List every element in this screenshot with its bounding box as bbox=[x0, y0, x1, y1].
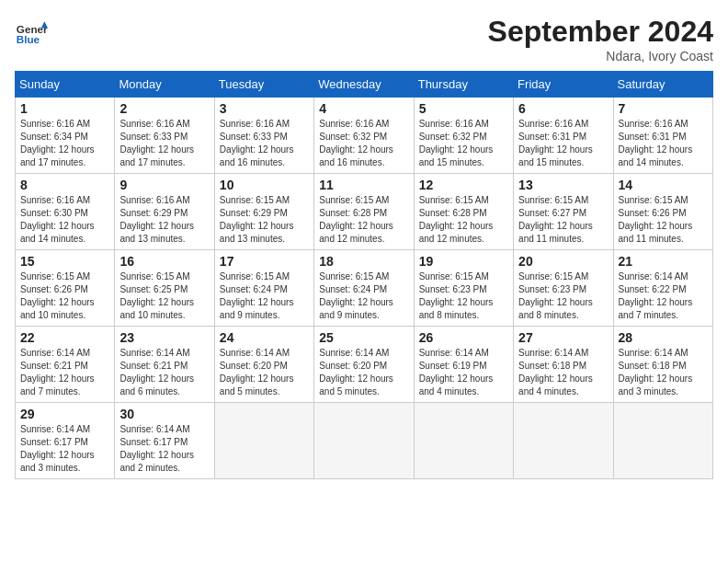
day-info: Sunrise: 6:15 AM Sunset: 6:29 PM Dayligh… bbox=[220, 194, 309, 246]
day-info: Sunrise: 6:14 AM Sunset: 6:19 PM Dayligh… bbox=[419, 347, 508, 398]
day-info: Sunrise: 6:16 AM Sunset: 6:31 PM Dayligh… bbox=[518, 118, 608, 169]
col-header-saturday: Saturday bbox=[613, 72, 712, 98]
calendar-cell: 19Sunrise: 6:15 AM Sunset: 6:23 PM Dayli… bbox=[414, 250, 513, 327]
day-number: 27 bbox=[518, 330, 608, 345]
calendar-cell: 9Sunrise: 6:16 AM Sunset: 6:29 PM Daylig… bbox=[115, 174, 214, 250]
calendar-cell: 21Sunrise: 6:14 AM Sunset: 6:22 PM Dayli… bbox=[613, 250, 712, 327]
day-info: Sunrise: 6:14 AM Sunset: 6:17 PM Dayligh… bbox=[119, 423, 209, 475]
day-info: Sunrise: 6:14 AM Sunset: 6:18 PM Dayligh… bbox=[619, 347, 708, 398]
title-block: September 2024 Ndara, Ivory Coast bbox=[488, 15, 713, 63]
calendar-week-3: 15Sunrise: 6:15 AM Sunset: 6:26 PM Dayli… bbox=[16, 250, 713, 327]
day-number: 4 bbox=[319, 101, 408, 116]
day-info: Sunrise: 6:15 AM Sunset: 6:26 PM Dayligh… bbox=[619, 194, 708, 246]
day-number: 20 bbox=[518, 254, 608, 269]
day-number: 28 bbox=[619, 330, 708, 345]
col-header-thursday: Thursday bbox=[414, 72, 513, 98]
day-info: Sunrise: 6:16 AM Sunset: 6:33 PM Dayligh… bbox=[119, 118, 209, 169]
calendar-cell bbox=[214, 403, 313, 479]
day-number: 5 bbox=[419, 101, 508, 116]
calendar-cell: 11Sunrise: 6:15 AM Sunset: 6:28 PM Dayli… bbox=[314, 174, 414, 250]
day-info: Sunrise: 6:16 AM Sunset: 6:30 PM Dayligh… bbox=[20, 194, 109, 246]
calendar-cell: 29Sunrise: 6:14 AM Sunset: 6:17 PM Dayli… bbox=[16, 403, 115, 479]
calendar-cell bbox=[414, 403, 513, 479]
day-number: 6 bbox=[518, 101, 608, 116]
day-info: Sunrise: 6:16 AM Sunset: 6:31 PM Dayligh… bbox=[619, 118, 708, 169]
day-info: Sunrise: 6:16 AM Sunset: 6:33 PM Dayligh… bbox=[220, 118, 309, 169]
calendar-cell: 3Sunrise: 6:16 AM Sunset: 6:33 PM Daylig… bbox=[214, 98, 313, 174]
day-number: 10 bbox=[220, 178, 309, 192]
col-header-monday: Monday bbox=[115, 72, 214, 98]
day-info: Sunrise: 6:15 AM Sunset: 6:25 PM Dayligh… bbox=[119, 270, 209, 322]
day-number: 11 bbox=[319, 178, 408, 192]
day-number: 9 bbox=[119, 178, 209, 192]
calendar-table: SundayMondayTuesdayWednesdayThursdayFrid… bbox=[15, 71, 713, 479]
day-number: 12 bbox=[419, 178, 508, 192]
day-info: Sunrise: 6:15 AM Sunset: 6:27 PM Dayligh… bbox=[518, 194, 608, 246]
calendar-cell: 14Sunrise: 6:15 AM Sunset: 6:26 PM Dayli… bbox=[613, 174, 712, 250]
day-info: Sunrise: 6:16 AM Sunset: 6:32 PM Dayligh… bbox=[319, 118, 408, 169]
day-number: 15 bbox=[20, 254, 109, 269]
day-number: 3 bbox=[220, 101, 309, 116]
calendar-cell: 16Sunrise: 6:15 AM Sunset: 6:25 PM Dayli… bbox=[115, 250, 214, 327]
calendar-week-4: 22Sunrise: 6:14 AM Sunset: 6:21 PM Dayli… bbox=[16, 327, 713, 403]
day-number: 14 bbox=[619, 178, 708, 192]
day-number: 26 bbox=[419, 330, 508, 345]
calendar-week-1: 1Sunrise: 6:16 AM Sunset: 6:34 PM Daylig… bbox=[16, 98, 713, 174]
calendar-week-5: 29Sunrise: 6:14 AM Sunset: 6:17 PM Dayli… bbox=[16, 403, 713, 479]
day-number: 30 bbox=[119, 407, 209, 421]
calendar-cell: 22Sunrise: 6:14 AM Sunset: 6:21 PM Dayli… bbox=[16, 327, 115, 403]
calendar-cell: 28Sunrise: 6:14 AM Sunset: 6:18 PM Dayli… bbox=[613, 327, 712, 403]
calendar-cell bbox=[514, 403, 613, 479]
day-number: 24 bbox=[220, 330, 309, 345]
logo-icon: General Blue bbox=[15, 15, 48, 48]
calendar-cell: 30Sunrise: 6:14 AM Sunset: 6:17 PM Dayli… bbox=[115, 403, 214, 479]
calendar-cell: 5Sunrise: 6:16 AM Sunset: 6:32 PM Daylig… bbox=[414, 98, 513, 174]
calendar-cell bbox=[613, 403, 712, 479]
calendar-cell: 18Sunrise: 6:15 AM Sunset: 6:24 PM Dayli… bbox=[314, 250, 414, 327]
day-number: 25 bbox=[319, 330, 408, 345]
day-info: Sunrise: 6:15 AM Sunset: 6:23 PM Dayligh… bbox=[518, 270, 608, 322]
day-number: 21 bbox=[619, 254, 708, 269]
day-number: 17 bbox=[220, 254, 309, 269]
calendar-cell: 17Sunrise: 6:15 AM Sunset: 6:24 PM Dayli… bbox=[214, 250, 313, 327]
day-number: 1 bbox=[20, 101, 109, 116]
calendar-cell: 27Sunrise: 6:14 AM Sunset: 6:18 PM Dayli… bbox=[514, 327, 613, 403]
day-number: 13 bbox=[518, 178, 608, 192]
col-header-tuesday: Tuesday bbox=[214, 72, 313, 98]
day-info: Sunrise: 6:14 AM Sunset: 6:18 PM Dayligh… bbox=[518, 347, 608, 398]
logo: General Blue bbox=[15, 15, 51, 48]
day-info: Sunrise: 6:15 AM Sunset: 6:28 PM Dayligh… bbox=[319, 194, 408, 246]
day-number: 16 bbox=[119, 254, 209, 269]
day-number: 8 bbox=[20, 178, 109, 192]
day-info: Sunrise: 6:15 AM Sunset: 6:24 PM Dayligh… bbox=[319, 270, 408, 322]
day-info: Sunrise: 6:15 AM Sunset: 6:26 PM Dayligh… bbox=[20, 270, 109, 322]
calendar-cell: 2Sunrise: 6:16 AM Sunset: 6:33 PM Daylig… bbox=[115, 98, 214, 174]
col-header-wednesday: Wednesday bbox=[314, 72, 414, 98]
calendar-cell: 23Sunrise: 6:14 AM Sunset: 6:21 PM Dayli… bbox=[115, 327, 214, 403]
calendar-cell: 12Sunrise: 6:15 AM Sunset: 6:28 PM Dayli… bbox=[414, 174, 513, 250]
calendar-cell: 26Sunrise: 6:14 AM Sunset: 6:19 PM Dayli… bbox=[414, 327, 513, 403]
day-number: 18 bbox=[319, 254, 408, 269]
day-info: Sunrise: 6:14 AM Sunset: 6:21 PM Dayligh… bbox=[119, 347, 209, 398]
day-number: 7 bbox=[619, 101, 708, 116]
day-info: Sunrise: 6:15 AM Sunset: 6:23 PM Dayligh… bbox=[419, 270, 508, 322]
day-info: Sunrise: 6:15 AM Sunset: 6:24 PM Dayligh… bbox=[220, 270, 309, 322]
calendar-cell: 10Sunrise: 6:15 AM Sunset: 6:29 PM Dayli… bbox=[214, 174, 313, 250]
calendar-cell: 7Sunrise: 6:16 AM Sunset: 6:31 PM Daylig… bbox=[613, 98, 712, 174]
calendar-cell: 15Sunrise: 6:15 AM Sunset: 6:26 PM Dayli… bbox=[16, 250, 115, 327]
calendar-cell: 4Sunrise: 6:16 AM Sunset: 6:32 PM Daylig… bbox=[314, 98, 414, 174]
month-title: September 2024 bbox=[488, 15, 713, 49]
col-header-sunday: Sunday bbox=[16, 72, 115, 98]
day-number: 22 bbox=[20, 330, 109, 345]
calendar-cell: 8Sunrise: 6:16 AM Sunset: 6:30 PM Daylig… bbox=[16, 174, 115, 250]
calendar-cell: 13Sunrise: 6:15 AM Sunset: 6:27 PM Dayli… bbox=[514, 174, 613, 250]
day-info: Sunrise: 6:14 AM Sunset: 6:17 PM Dayligh… bbox=[20, 423, 109, 475]
day-number: 19 bbox=[419, 254, 508, 269]
calendar-cell: 6Sunrise: 6:16 AM Sunset: 6:31 PM Daylig… bbox=[514, 98, 613, 174]
calendar-cell: 25Sunrise: 6:14 AM Sunset: 6:20 PM Dayli… bbox=[314, 327, 414, 403]
calendar-week-2: 8Sunrise: 6:16 AM Sunset: 6:30 PM Daylig… bbox=[16, 174, 713, 250]
calendar-cell: 20Sunrise: 6:15 AM Sunset: 6:23 PM Dayli… bbox=[514, 250, 613, 327]
page-header: General Blue September 2024 Ndara, Ivory… bbox=[15, 15, 713, 63]
calendar-cell: 1Sunrise: 6:16 AM Sunset: 6:34 PM Daylig… bbox=[16, 98, 115, 174]
day-info: Sunrise: 6:15 AM Sunset: 6:28 PM Dayligh… bbox=[419, 194, 508, 246]
